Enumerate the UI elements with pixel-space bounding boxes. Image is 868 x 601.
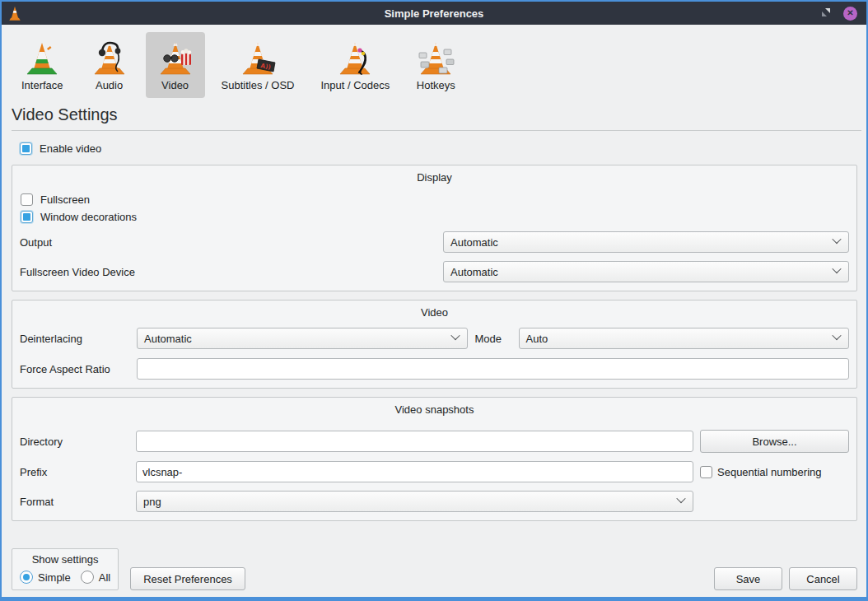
- snapshots-group-title: Video snapshots: [20, 401, 849, 422]
- enable-video-label: Enable video: [40, 142, 101, 155]
- fullscreen-device-label: Fullscreen Video Device: [20, 266, 443, 278]
- chevron-down-icon: [832, 235, 841, 244]
- fullscreen-label: Fullscreen: [40, 193, 90, 206]
- deinterlacing-row: Deinterlacing Automatic Mode Auto: [20, 328, 849, 349]
- heading-divider: [12, 130, 861, 131]
- force-aspect-ratio-input[interactable]: [137, 358, 849, 380]
- tab-label: Hotkeys: [417, 79, 455, 91]
- close-icon: ✕: [847, 9, 853, 17]
- checkbox-icon: [700, 466, 712, 478]
- deinterlacing-label: Deinterlacing: [20, 333, 129, 345]
- deinterlacing-select[interactable]: Automatic: [137, 328, 468, 349]
- checkbox-icon: [21, 193, 33, 206]
- simple-preferences-window: Simple Preferences ✕ Interface: [0, 0, 868, 601]
- window-decorations-label: Window decorations: [40, 211, 137, 223]
- close-button[interactable]: ✕: [843, 7, 857, 21]
- tab-label: Audio: [96, 79, 123, 91]
- dialog-buttons: Save Cancel: [714, 567, 857, 590]
- footer: Show settings Simple All Reset Preferenc…: [12, 548, 857, 590]
- tab-hotkeys[interactable]: Hotkeys: [406, 32, 465, 98]
- output-row: Output Automatic: [20, 231, 849, 253]
- chevron-down-icon: [832, 331, 841, 340]
- sequential-numbering-label: Sequential numbering: [717, 466, 821, 478]
- directory-label: Directory: [20, 436, 129, 448]
- prefix-label: Prefix: [20, 466, 129, 478]
- format-select[interactable]: png: [136, 491, 693, 512]
- maximize-button[interactable]: [821, 7, 831, 20]
- output-label: Output: [20, 236, 443, 249]
- show-settings-options: Simple All: [20, 571, 110, 584]
- fullscreen-device-value: Automatic: [450, 266, 498, 278]
- subtitles-cone-icon: A)): [238, 37, 278, 77]
- mode-value: Auto: [526, 333, 548, 345]
- video-cone-icon: [156, 37, 195, 77]
- fullscreen-checkbox[interactable]: Fullscreen: [21, 193, 849, 206]
- tab-audio[interactable]: Audio: [80, 32, 139, 98]
- video-group: Video Deinterlacing Automatic Mode Auto …: [12, 300, 857, 389]
- video-group-title: Video: [20, 304, 849, 324]
- input-codecs-cone-icon: [335, 37, 375, 77]
- tab-label: Video: [161, 79, 189, 91]
- hotkeys-cone-icon: [416, 37, 455, 77]
- window-title: Simple Preferences: [2, 7, 866, 20]
- enable-video-checkbox[interactable]: Enable video: [20, 142, 866, 155]
- chevron-down-icon: [676, 494, 685, 503]
- checkbox-icon: [20, 142, 32, 155]
- tab-input-codecs[interactable]: Input / Codecs: [310, 32, 399, 98]
- radio-icon: [20, 571, 33, 584]
- titlebar[interactable]: Simple Preferences ✕: [2, 2, 866, 25]
- mode-select[interactable]: Auto: [519, 328, 850, 349]
- directory-input[interactable]: [136, 431, 693, 452]
- force-aspect-ratio-label: Force Aspect Ratio: [20, 363, 129, 375]
- save-button[interactable]: Save: [714, 567, 782, 590]
- radio-simple[interactable]: Simple: [20, 571, 71, 584]
- sequential-numbering-checkbox[interactable]: Sequential numbering: [700, 466, 849, 478]
- page-title: Video Settings: [12, 105, 866, 124]
- format-row: Format png: [20, 491, 849, 512]
- fullscreen-device-row: Fullscreen Video Device Automatic: [20, 261, 849, 282]
- maximize-icon: [821, 7, 831, 17]
- radio-simple-label: Simple: [38, 571, 71, 584]
- radio-icon: [81, 571, 94, 584]
- deinterlacing-value: Automatic: [144, 333, 192, 345]
- checkbox-icon: [21, 211, 33, 223]
- output-select[interactable]: Automatic: [443, 231, 849, 253]
- tab-subtitles-osd[interactable]: A)) Subtitles / OSD: [212, 32, 305, 98]
- cancel-button[interactable]: Cancel: [789, 567, 857, 590]
- reset-preferences-button[interactable]: Reset Preferences: [130, 567, 245, 590]
- interface-cone-icon: [22, 37, 62, 77]
- radio-all[interactable]: All: [81, 571, 110, 584]
- window-controls: ✕: [809, 7, 866, 21]
- prefix-row: Prefix Sequential numbering: [20, 461, 849, 482]
- format-label: Format: [20, 496, 129, 508]
- fullscreen-device-select[interactable]: Automatic: [443, 261, 849, 282]
- tab-label: Interface: [21, 79, 63, 91]
- tab-video[interactable]: Video: [146, 32, 205, 98]
- browse-button[interactable]: Browse...: [700, 430, 849, 453]
- radio-all-label: All: [99, 571, 110, 584]
- prefix-input[interactable]: [136, 461, 693, 482]
- chevron-down-icon: [450, 331, 460, 340]
- display-group-title: Display: [20, 169, 849, 189]
- audio-cone-icon: [90, 37, 129, 77]
- chevron-down-icon: [832, 264, 841, 273]
- format-value: png: [143, 496, 161, 508]
- output-value: Automatic: [450, 236, 498, 249]
- preferences-toolbar: Interface Audio: [2, 25, 866, 98]
- show-settings-title: Show settings: [20, 551, 110, 571]
- tab-label: Input / Codecs: [320, 79, 390, 91]
- mode-label: Mode: [475, 333, 511, 345]
- display-group: Display Fullscreen Window decorations Ou…: [12, 165, 857, 291]
- tab-interface[interactable]: Interface: [12, 32, 73, 98]
- video-snapshots-group: Video snapshots Directory Browse... Pref…: [12, 397, 857, 521]
- force-aspect-ratio-row: Force Aspect Ratio: [20, 358, 849, 380]
- show-settings-group: Show settings Simple All: [12, 548, 119, 590]
- window-decorations-checkbox[interactable]: Window decorations: [21, 211, 849, 223]
- directory-row: Directory Browse...: [20, 430, 849, 453]
- tab-label: Subtitles / OSD: [222, 79, 295, 91]
